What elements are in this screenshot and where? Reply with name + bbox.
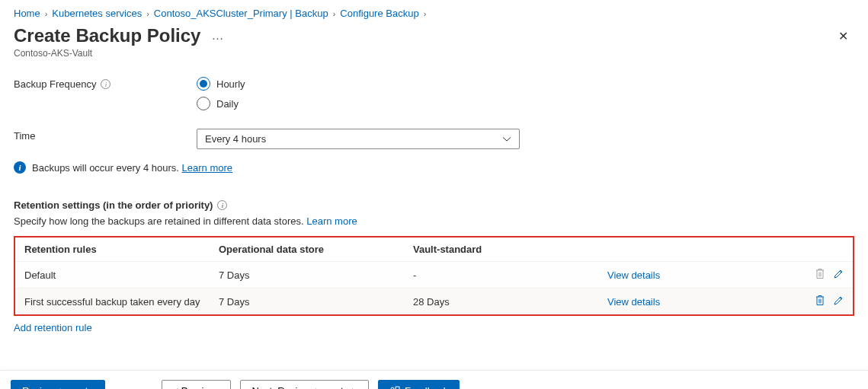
feedback-button[interactable]: Feedback xyxy=(378,380,460,389)
edit-icon[interactable] xyxy=(833,269,844,279)
retention-learn-more[interactable]: Learn more xyxy=(306,215,357,227)
review-create-button[interactable]: Review + create xyxy=(11,380,105,389)
person-feedback-icon xyxy=(389,386,400,389)
table-row: First successful backup taken every day … xyxy=(15,288,853,314)
feedback-label: Feedback xyxy=(405,385,448,389)
radio-daily[interactable]: Daily xyxy=(197,97,245,110)
info-icon[interactable]: i xyxy=(217,200,227,210)
close-button[interactable]: ✕ xyxy=(832,26,854,46)
add-retention-rule-link[interactable]: Add retention rule xyxy=(14,322,92,333)
edit-icon[interactable] xyxy=(833,295,844,306)
chevron-down-icon xyxy=(502,136,511,142)
rule-op: 7 Days xyxy=(219,269,413,281)
col-rules: Retention rules xyxy=(24,244,219,255)
delete-icon xyxy=(815,268,825,279)
footer-bar: Review + create < Previous Next: Review … xyxy=(0,370,868,389)
time-label: Time xyxy=(14,130,35,142)
table-row: Default 7 Days - View details xyxy=(15,261,853,288)
rule-name: First successful backup taken every day xyxy=(24,296,219,308)
chevron-right-icon: › xyxy=(45,9,48,18)
banner-text: Backups will occur every 4 hours. xyxy=(32,162,179,174)
time-value: Every 4 hours xyxy=(205,133,266,145)
rule-vault: - xyxy=(413,269,607,281)
row-time: Time Every 4 hours xyxy=(0,124,868,154)
frequency-radios: Hourly Daily xyxy=(197,77,245,110)
retention-desc-text: Specify how long the backups are retaine… xyxy=(14,215,304,227)
retention-description: Specify how long the backups are retaine… xyxy=(0,215,868,236)
breadcrumb: Home › Kubernetes services › Contoso_AKS… xyxy=(0,0,868,24)
retention-rules-table: Retention rules Operational data store V… xyxy=(14,236,854,316)
banner-learn-more[interactable]: Learn more xyxy=(182,162,232,174)
col-operational: Operational data store xyxy=(219,244,413,255)
delete-icon[interactable] xyxy=(815,295,825,306)
breadcrumb-k8s[interactable]: Kubernetes services xyxy=(52,8,142,19)
rule-name: Default xyxy=(24,269,219,281)
previous-button[interactable]: < Previous xyxy=(162,380,232,389)
rule-vault: 28 Days xyxy=(413,296,607,308)
chevron-right-icon: › xyxy=(333,9,336,18)
row-frequency: Backup Frequency i Hourly Daily xyxy=(0,72,868,115)
chevron-right-icon: › xyxy=(424,9,427,18)
chevron-right-icon: › xyxy=(146,9,149,18)
time-select[interactable]: Every 4 hours xyxy=(197,129,520,149)
breadcrumb-home[interactable]: Home xyxy=(14,8,40,19)
col-vault: Vault-standard xyxy=(413,244,607,255)
page-header: Create Backup Policy … ✕ xyxy=(0,24,868,48)
rule-op: 7 Days xyxy=(219,296,413,308)
retention-heading: Retention settings (in the order of prio… xyxy=(0,177,868,215)
more-actions-button[interactable]: … xyxy=(208,29,228,43)
breadcrumb-cluster[interactable]: Contoso_AKSCluster_Primary | Backup xyxy=(154,8,328,19)
view-details-link[interactable]: View details xyxy=(607,269,660,281)
radio-daily-label: Daily xyxy=(216,98,239,110)
page-title: Create Backup Policy xyxy=(14,25,200,46)
frequency-label: Backup Frequency xyxy=(14,78,96,90)
next-button[interactable]: Next: Review + create > xyxy=(240,380,369,389)
radio-hourly-label: Hourly xyxy=(216,78,245,90)
page-subtitle: Contoso-AKS-Vault xyxy=(0,48,868,72)
breadcrumb-configure[interactable]: Configure Backup xyxy=(340,8,418,19)
info-filled-icon: i xyxy=(14,161,26,174)
info-banner: i Backups will occur every 4 hours. Lear… xyxy=(14,161,854,174)
radio-hourly[interactable]: Hourly xyxy=(197,77,245,91)
retention-heading-text: Retention settings (in the order of prio… xyxy=(14,199,213,211)
view-details-link[interactable]: View details xyxy=(607,296,660,308)
info-icon[interactable]: i xyxy=(101,79,111,89)
table-header: Retention rules Operational data store V… xyxy=(15,238,853,261)
